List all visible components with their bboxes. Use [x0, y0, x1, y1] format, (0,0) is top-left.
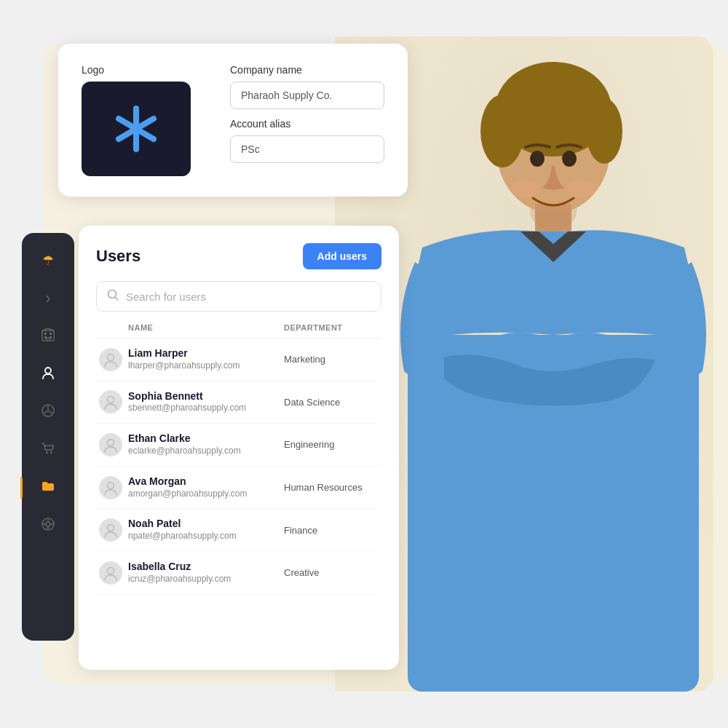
- user-info: Ava Morgan amorgan@pharoahsupply.com: [128, 475, 278, 500]
- table-header: NAME DEPARTMENT: [96, 323, 381, 339]
- user-department: Engineering: [284, 439, 379, 450]
- user-email: amorgan@pharoahsupply.com: [128, 488, 278, 500]
- user-name: Liam Harper: [128, 347, 278, 360]
- add-users-button[interactable]: Add users: [303, 243, 381, 269]
- svg-point-34: [108, 482, 114, 488]
- company-name-input[interactable]: [230, 82, 384, 109]
- svg-point-7: [530, 151, 545, 167]
- user-email: icruz@pharoahsupply.com: [128, 573, 278, 585]
- user-name: Ethan Clarke: [128, 432, 278, 445]
- user-name: Isabella Cruz: [128, 561, 278, 573]
- account-alias-label: Account alias: [230, 118, 384, 130]
- user-info: Sophia Bennett sbennett@pharoahsupply.co…: [128, 390, 278, 415]
- svg-point-3: [480, 95, 524, 167]
- user-avatar: [99, 433, 122, 456]
- table-row[interactable]: Ava Morgan amorgan@pharoahsupply.com Hum…: [96, 467, 381, 510]
- sidebar-item-folder[interactable]: [32, 472, 64, 504]
- company-logo-svg: [107, 100, 165, 158]
- sidebar-item-chart[interactable]: [32, 396, 64, 428]
- svg-rect-12: [44, 333, 47, 335]
- user-name: Sophia Bennett: [128, 390, 278, 403]
- users-panel: Users Add users Search for users NAME DE…: [79, 226, 399, 670]
- svg-point-32: [108, 397, 114, 403]
- chevron-right-icon: ›: [45, 289, 50, 308]
- search-bar[interactable]: Search for users: [96, 281, 381, 312]
- user-department: Creative: [284, 567, 379, 578]
- sidebar-item-chevron[interactable]: ›: [32, 282, 64, 314]
- user-name: Ava Morgan: [128, 475, 278, 488]
- svg-line-30: [115, 297, 118, 300]
- users-list: Liam Harper lharper@pharoahsupply.com Ma…: [96, 339, 381, 595]
- col-header-department: DEPARTMENT: [284, 323, 379, 332]
- svg-point-19: [50, 451, 52, 454]
- svg-rect-11: [42, 331, 54, 341]
- help-icon: [41, 517, 55, 535]
- svg-point-36: [108, 567, 114, 574]
- user-department: Data Science: [284, 397, 379, 408]
- table-row[interactable]: Liam Harper lharper@pharoahsupply.com Ma…: [96, 339, 381, 381]
- sidebar: ☂ ›: [22, 233, 74, 641]
- user-name: Noah Patel: [128, 518, 278, 530]
- svg-point-35: [108, 525, 114, 531]
- user-email: eclarke@pharoahsupply.com: [128, 445, 278, 457]
- chart-icon: [41, 403, 55, 422]
- logo-label: Logo: [82, 64, 213, 76]
- svg-rect-13: [50, 333, 52, 335]
- user-email: npatel@pharoahsupply.com: [128, 530, 278, 542]
- col-header-name: NAME: [128, 323, 278, 332]
- account-alias-section: Account alias: [230, 118, 384, 163]
- col-header-spacer: [99, 323, 122, 332]
- company-name-section: Company name: [230, 64, 384, 109]
- cart-icon: [41, 441, 55, 459]
- svg-point-10: [566, 181, 596, 198]
- svg-point-33: [108, 439, 114, 446]
- user-avatar: [99, 348, 122, 371]
- svg-point-16: [45, 368, 51, 373]
- user-avatar: [99, 390, 122, 414]
- table-row[interactable]: Noah Patel npatel@pharoahsupply.com Fina…: [96, 509, 381, 552]
- table-row[interactable]: Sophia Bennett sbennett@pharoahsupply.co…: [96, 381, 381, 424]
- search-placeholder-text: Search for users: [126, 290, 371, 303]
- svg-point-31: [108, 354, 114, 360]
- sidebar-item-users[interactable]: [32, 358, 64, 390]
- search-icon: [107, 289, 119, 304]
- user-avatar: [99, 518, 122, 542]
- svg-point-18: [46, 451, 48, 454]
- sidebar-item-building[interactable]: [32, 320, 64, 352]
- svg-point-21: [46, 522, 50, 526]
- logo-section: Logo: [82, 64, 213, 176]
- user-info: Ethan Clarke eclarke@pharoahsupply.com: [128, 432, 278, 457]
- company-card: Logo Company name Account alias: [58, 44, 408, 197]
- user-email: lharper@pharoahsupply.com: [128, 360, 278, 372]
- user-department: Finance: [284, 525, 379, 536]
- account-alias-input[interactable]: [230, 135, 384, 163]
- logo-box: [82, 82, 191, 176]
- svg-point-8: [562, 151, 577, 167]
- svg-point-4: [586, 98, 622, 164]
- sidebar-item-umbrella[interactable]: ☂: [32, 245, 64, 277]
- sidebar-item-help[interactable]: [32, 510, 64, 542]
- svg-point-9: [511, 181, 540, 198]
- user-info: Liam Harper lharper@pharoahsupply.com: [128, 347, 278, 372]
- company-fields: Company name Account alias: [230, 64, 384, 163]
- user-department: Human Resources: [284, 482, 379, 493]
- sidebar-item-cart[interactable]: [32, 434, 64, 466]
- folder-icon: [41, 479, 55, 497]
- company-name-label: Company name: [230, 64, 384, 76]
- users-header: Users Add users: [96, 243, 381, 269]
- user-avatar: [99, 561, 122, 585]
- user-info: Isabella Cruz icruz@pharoahsupply.com: [128, 561, 278, 585]
- active-indicator: [20, 477, 23, 499]
- user-email: sbennett@pharoahsupply.com: [128, 402, 278, 414]
- user-icon: [41, 365, 55, 384]
- table-row[interactable]: Isabella Cruz icruz@pharoahsupply.com Cr…: [96, 552, 381, 595]
- users-title: Users: [96, 247, 141, 266]
- user-department: Marketing: [284, 354, 379, 365]
- building-icon: [41, 328, 55, 346]
- user-info: Noah Patel npatel@pharoahsupply.com: [128, 518, 278, 542]
- table-row[interactable]: Ethan Clarke eclarke@pharoahsupply.com E…: [96, 424, 381, 467]
- user-avatar: [99, 476, 122, 499]
- umbrella-icon: ☂: [42, 253, 54, 269]
